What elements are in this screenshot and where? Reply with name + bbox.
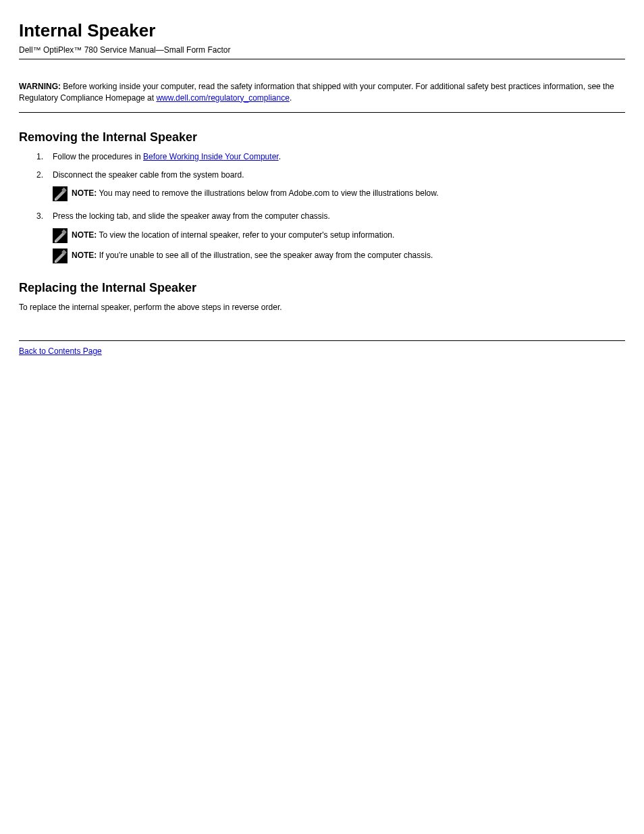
- steps-list: 1. Follow the procedures in Before Worki…: [19, 151, 625, 182]
- note-icon: [53, 228, 68, 243]
- note-label: NOTE:: [72, 251, 97, 260]
- warning-block: WARNING: Before working inside your comp…: [19, 81, 625, 104]
- step-item: 3. Press the locking tab, and slide the …: [19, 211, 625, 222]
- warning-tail: .: [290, 93, 292, 103]
- note-label: NOTE:: [72, 188, 97, 198]
- warning-label: WARNING:: [19, 82, 61, 91]
- divider: [19, 340, 625, 341]
- note-text: If you're unable to see all of the illus…: [97, 251, 433, 260]
- divider: [19, 112, 625, 113]
- step-number: 3.: [36, 211, 53, 222]
- regulatory-link[interactable]: www.dell.com/regulatory_compliance: [156, 93, 289, 103]
- replacing-text: To replace the internal speaker, perform…: [19, 302, 625, 313]
- step-text: Press the locking tab, and slide the spe…: [53, 211, 625, 222]
- divider: [19, 59, 625, 59]
- step-item: 1. Follow the procedures in Before Worki…: [19, 151, 625, 163]
- replacing-heading: Replacing the Internal Speaker: [19, 281, 625, 295]
- warning-text: Before working inside your computer, rea…: [19, 82, 614, 103]
- note-row: NOTE: You may need to remove the illustr…: [19, 188, 625, 201]
- step-item: 2. Disconnect the speaker cable from the…: [19, 170, 625, 181]
- back-to-contents-link[interactable]: Back to Contents Page: [19, 346, 102, 356]
- page-title: Internal Speaker: [19, 20, 625, 41]
- step-text: Disconnect the speaker cable from the sy…: [53, 170, 625, 181]
- removing-heading: Removing the Internal Speaker: [19, 130, 625, 145]
- note-row: NOTE: To view the location of internal s…: [19, 230, 625, 243]
- step-text: Follow the procedures in: [53, 152, 143, 161]
- step-text-tail: .: [279, 152, 281, 161]
- note-row: NOTE: If you're unable to see all of the…: [19, 250, 625, 263]
- note-text: You may need to remove the illustrations…: [97, 188, 438, 198]
- note-text: To view the location of internal speaker…: [97, 230, 394, 240]
- before-working-link[interactable]: Before Working Inside Your Computer: [143, 152, 279, 161]
- step-number: 1.: [36, 151, 53, 163]
- step-number: 2.: [36, 170, 53, 181]
- note-icon: [53, 249, 68, 263]
- page-subtitle: Dell™ OptiPlex™ 780 Service Manual—Small…: [19, 45, 625, 55]
- steps-list-continued: 3. Press the locking tab, and slide the …: [19, 211, 625, 222]
- note-icon: [53, 186, 68, 201]
- note-label: NOTE:: [72, 230, 97, 240]
